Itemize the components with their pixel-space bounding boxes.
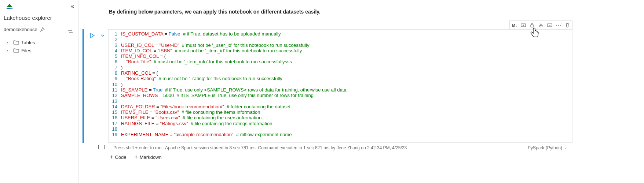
status-text: Press shift + enter to run - Apache Spar…: [113, 145, 407, 150]
tree-label: Tables: [21, 40, 35, 45]
lakehouse-logo-icon: [6, 2, 13, 10]
folder-icon: [13, 48, 19, 53]
chevron-down-icon[interactable]: [100, 33, 105, 38]
delete-cell-button[interactable]: [564, 22, 571, 29]
tree-item-tables[interactable]: › Tables: [7, 40, 78, 45]
sidebar: « Lakehouse explorer demolakehouse › Tab…: [0, 0, 79, 183]
cell-toolbar: M↓ ···: [509, 20, 572, 30]
pin-icon[interactable]: [40, 27, 45, 32]
add-markdown-button[interactable]: +Markdown: [134, 154, 161, 160]
language-selector[interactable]: PySpark (Python): [528, 145, 568, 150]
cell-status-bar: Press shift + enter to run - Apache Spar…: [108, 143, 572, 152]
markdown-toggle-button[interactable]: M↓: [511, 22, 518, 29]
markdown-description: By defining below parameters, we can app…: [109, 9, 644, 15]
swap-icon[interactable]: [67, 29, 73, 34]
add-buttons: +Code +Markdown: [110, 154, 162, 160]
plus-icon: +: [134, 154, 138, 160]
lock-button[interactable]: [528, 22, 536, 29]
tree-item-files[interactable]: › Files: [7, 48, 78, 53]
add-code-button[interactable]: +Code: [110, 154, 126, 160]
add-cell-above-button[interactable]: [520, 22, 527, 29]
freeze-button[interactable]: [537, 22, 545, 29]
code-editor[interactable]: 1IS_CUSTOM_DATA = False # if True, datas…: [108, 29, 572, 143]
svg-rect-1: [531, 25, 534, 27]
chevron-right-icon: ›: [7, 48, 11, 53]
execution-count: [ ]: [97, 144, 106, 150]
run-cell-button[interactable]: [90, 33, 95, 38]
tree-label: Files: [21, 48, 31, 53]
folder-icon: [13, 40, 19, 45]
lakehouse-name: demolakehouse: [4, 27, 37, 32]
active-cell-marker: [83, 29, 84, 143]
collapse-sidebar-icon[interactable]: «: [71, 3, 74, 10]
add-cell-below-button[interactable]: [546, 22, 553, 29]
explorer-title: Lakehouse explorer: [4, 15, 78, 21]
notebook-main: By defining below parameters, we can app…: [79, 0, 644, 183]
plus-icon: +: [110, 154, 113, 160]
chevron-right-icon: ›: [7, 40, 11, 45]
more-actions-button[interactable]: ···: [555, 22, 562, 29]
